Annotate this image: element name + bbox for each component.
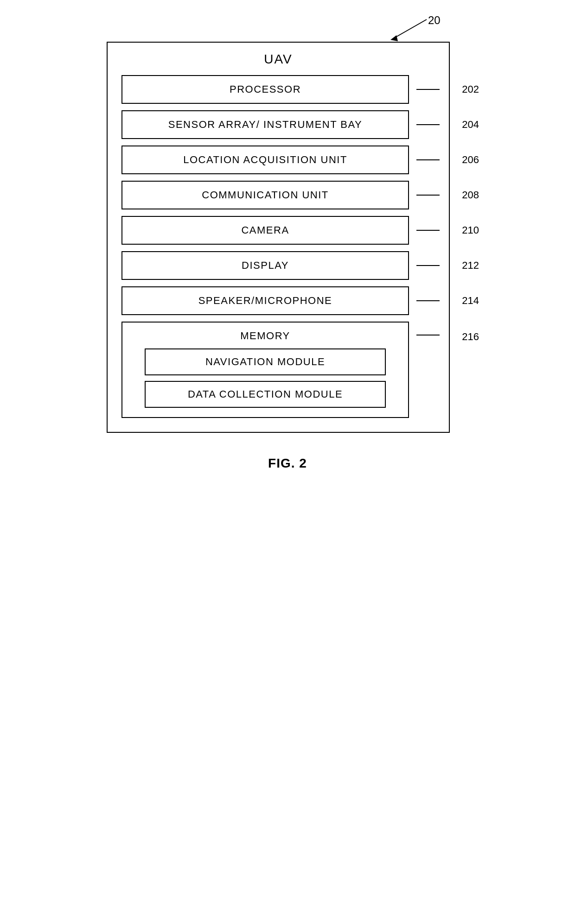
ref-214-line (416, 300, 440, 301)
figure-caption: FIG. 2 (268, 456, 307, 471)
ref-202-line (416, 89, 440, 90)
navigation-module-row: NAVIGATION MODULE (132, 348, 399, 375)
data-collection-row: DATA COLLECTION MODULE (132, 381, 399, 408)
ref-204-label: 204 (462, 119, 479, 131)
memory-box: MEMORY NAVIGATION MODULE DATA COLLECTION… (121, 322, 409, 418)
speaker-microphone-box: SPEAKER/MICROPHONE (121, 286, 409, 315)
ref-216-label: 216 (462, 331, 479, 343)
svg-line-0 (394, 19, 427, 38)
navigation-module-box: NAVIGATION MODULE (145, 348, 386, 375)
communication-unit-box: COMMUNICATION UNIT (121, 181, 409, 209)
location-acquisition-row: LOCATION ACQUISITION UNIT 206 (121, 146, 435, 174)
diagram-area: 200 UAV PROCESSOR 202 SENSOR ARRAY/ INST… (107, 42, 468, 433)
processor-box: PROCESSOR (121, 75, 409, 104)
ref-210-line-group (416, 230, 440, 231)
camera-box: CAMERA (121, 216, 409, 245)
uav-title: UAV (121, 52, 435, 67)
display-box: DISPLAY (121, 251, 409, 280)
ref-210-label: 210 (462, 224, 479, 236)
ref-210-line (416, 230, 440, 231)
communication-unit-row: COMMUNICATION UNIT 208 (121, 181, 435, 209)
camera-row: CAMERA 210 (121, 216, 435, 245)
ref-212-label: 212 (462, 259, 479, 272)
ref-208-label: 208 (462, 189, 479, 201)
ref-208-line (416, 195, 440, 196)
memory-row-outer: MEMORY NAVIGATION MODULE DATA COLLECTION… (121, 322, 435, 418)
ref-212-line (416, 265, 440, 266)
display-row: DISPLAY 212 (121, 251, 435, 280)
ref-204-line-group (416, 124, 440, 125)
location-acquisition-box: LOCATION ACQUISITION UNIT (121, 146, 409, 174)
ref-216-line-group (416, 335, 440, 335)
ref-208-line-group (416, 195, 440, 196)
page-container: 200 UAV PROCESSOR 202 SENSOR ARRAY/ INST… (0, 0, 575, 924)
ref-206-label: 206 (462, 154, 479, 166)
ref-206-line-group (416, 159, 440, 160)
sensor-array-box: SENSOR ARRAY/ INSTRUMENT BAY (121, 110, 409, 139)
ref-200-label: 200 (428, 15, 441, 26)
ref-214-label: 214 (462, 295, 479, 307)
ref-212-line-group (416, 265, 440, 266)
sensor-array-row: SENSOR ARRAY/ INSTRUMENT BAY 204 (121, 110, 435, 139)
ref-216-line (416, 335, 440, 335)
ref-204-line (416, 124, 440, 125)
memory-title: MEMORY (132, 330, 399, 342)
processor-row: PROCESSOR 202 (121, 75, 435, 104)
data-collection-module-box: DATA COLLECTION MODULE (145, 381, 386, 408)
ref-214-line-group (416, 300, 440, 301)
uav-outer-box: UAV PROCESSOR 202 SENSOR ARRAY/ INSTRUME… (107, 42, 450, 433)
ref-202-line-group (416, 89, 440, 90)
speaker-microphone-row: SPEAKER/MICROPHONE 214 (121, 286, 435, 315)
ref-200-arrow: 200 (366, 15, 441, 43)
ref-206-line (416, 159, 440, 160)
ref-202-label: 202 (462, 83, 479, 95)
